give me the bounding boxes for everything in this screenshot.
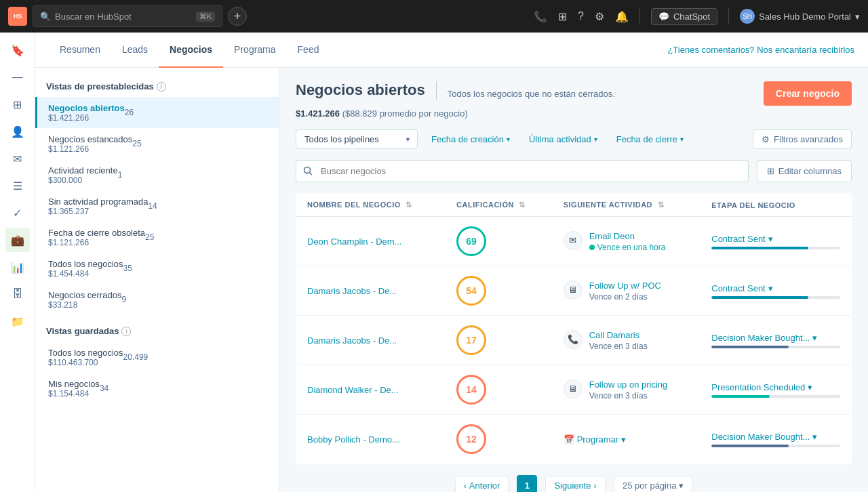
filter-ultima-actividad[interactable]: Última actividad ▾ [524,130,603,148]
preset-item-estancados[interactable]: Negocios estancados $1.121.266 25 [35,128,279,159]
stage-fill [711,395,769,398]
per-page-select[interactable]: 25 por página ▾ [614,476,693,493]
chevron-icon: ▾ [507,136,510,143]
global-search-bar[interactable]: 🔍 Buscar en HubSpot ⌘K [33,5,222,27]
chevron-left-icon: ‹ [464,480,467,491]
current-page[interactable]: 1 [517,475,537,492]
create-deal-button[interactable]: Crear negocio [764,81,852,106]
stage-chevron-icon[interactable]: ▾ [812,432,817,442]
tab-resumen[interactable]: Resumen [49,33,111,68]
advanced-filters-button[interactable]: ⚙ Filtros avanzados [753,129,852,149]
deal-name-link[interactable]: Diamond Walker - De... [307,385,399,395]
preset-item-cerrados[interactable]: Negocios cerrados $33.218 9 [35,284,279,315]
prev-page-button[interactable]: ‹ Anterior [455,476,509,493]
col-name[interactable]: NOMBRE DEL NEGOCIO ⇅ [296,194,446,217]
activity-text: Call DamarisVence en 3 días [589,330,648,351]
preset-item-fecha-obsoleta[interactable]: Fecha de cierre obsoleta $1.121.266 25 [35,222,279,253]
next-page-button[interactable]: Siguiente › [545,476,606,493]
col-stage[interactable]: ETAPA DEL NEGOCIO [701,194,851,217]
sidebar-bookmarks-icon[interactable]: 🔖 [5,38,30,62]
saved-count: 34 [100,384,108,393]
feedback-link[interactable]: ¿Tienes comentarios? Nos encantaría reci… [667,45,854,55]
deal-search-input[interactable] [296,160,749,182]
tab-leads[interactable]: Leads [111,33,159,68]
col-activity[interactable]: SIGUIENTE ACTIVIDAD ⇅ [553,194,701,217]
activity-due: Vence en 2 días [589,292,661,302]
sidebar-tasks-icon[interactable]: ✓ [5,201,30,225]
preset-item-todos[interactable]: Todos los negocios $1.454.484 35 [35,253,279,284]
sidebar-reports-icon[interactable]: 📊 [5,255,30,279]
stage-chevron-icon[interactable]: ▾ [812,333,817,343]
preset-item-negocios-abiertos[interactable]: Negocios abiertos $1.421.266 26 [35,97,279,128]
add-button[interactable]: + [228,7,247,26]
deal-name-link[interactable]: Damaris Jacobs - De... [307,286,397,296]
activity-name[interactable]: Call Damaris [589,330,648,340]
settings-icon[interactable]: ⚙ [595,10,604,23]
sidebar-list-icon[interactable]: ☰ [5,173,30,198]
portal-button[interactable]: SH Sales Hub Demo Portal ▾ [740,9,860,24]
saved-item-mis-negocios[interactable]: Mis negocios $1.154.484 34 [35,373,279,404]
preset-label: Negocios abiertos [48,103,125,113]
marketplace-icon[interactable]: ⊞ [558,10,567,23]
table-row: Damaris Jacobs - De...54🖥Follow Up w/ PO… [296,266,852,316]
activity-type-icon: ✉ [564,231,583,250]
deal-name-link[interactable]: Damaris Jacobs - De... [307,335,397,346]
phone-icon[interactable]: 📞 [534,10,547,23]
sidebar-dash-icon[interactable]: — [5,65,30,89]
preset-amount: $33.218 [48,300,121,310]
preset-count: 25 [145,232,154,242]
activity-name[interactable]: Follow Up w/ POC [589,281,661,291]
page-title: Negocios abiertos [296,81,425,99]
preset-amount: $1.365.237 [48,207,148,216]
help-icon[interactable]: ? [578,10,584,22]
stage-fill [711,445,789,447]
stage-chevron-icon[interactable]: ▾ [768,283,773,293]
left-sidebar: 🔖 — ⊞ 👤 ✉ ☰ ✓ 💼 📊 🗄 📁 [0,33,35,492]
saved-label: Todos los negocios [48,348,123,358]
search-placeholder: Buscar en HubSpot [55,12,132,22]
preset-amount: $1.421.266 [48,113,125,123]
sidebar-contacts-icon[interactable]: 👤 [5,119,30,144]
tab-feed[interactable]: Feed [287,33,330,68]
chatspot-label: ChatSpot [673,12,710,22]
preset-item-sin-actividad[interactable]: Sin actividad programada $1.365.237 14 [35,190,279,222]
preset-label: Sin actividad programada [48,197,148,207]
preset-label: Fecha de cierre obsoleta [48,228,145,238]
filter-fecha-creacion[interactable]: Fecha de creación ▾ [426,130,515,148]
pipeline-select[interactable]: Todos los pipelines [296,129,418,149]
sidebar-folder-icon[interactable]: 📁 [5,309,30,333]
chatspot-button[interactable]: 💬 ChatSpot [651,8,717,25]
deal-name-link[interactable]: Deon Champlin - Dem... [307,237,401,247]
sidebar-database-icon[interactable]: 🗄 [5,282,30,306]
filter-icon: ⚙ [762,134,770,144]
stage-chevron-icon[interactable]: ▾ [768,234,773,244]
preset-item-actividad-reciente[interactable]: Actividad reciente $300.000 1 [35,159,279,190]
sort-icon: ⇅ [519,201,526,209]
preset-section-title: Vistas de preestablecidas i [35,81,279,97]
schedule-button[interactable]: 📅 Programar ▾ [564,434,690,445]
tab-negocios[interactable]: Negocios [159,33,223,68]
activity-text: Follow Up w/ POCVence en 2 días [589,281,661,302]
stage-chevron-icon[interactable]: ▾ [808,382,812,392]
nav-divider-2 [728,8,729,24]
edit-columns-button[interactable]: ⊞ Editar columnas [757,160,852,182]
stage-label: Contract Sent ▾ [711,234,840,244]
saved-item-todos[interactable]: Todos los negocios $110.463.700 20.499 [35,342,279,373]
filter-fecha-cierre[interactable]: Fecha de cierre ▾ [611,130,689,148]
activity-name[interactable]: Follow up on pricing [589,380,668,390]
preset-amount: $1.454.484 [48,269,123,279]
tab-programa[interactable]: Programa [223,33,286,68]
sidebar-deals-icon[interactable]: 💼 [5,228,30,252]
activity-name[interactable]: Email Deon [589,231,666,241]
tab-nav: Resumen Leads Negocios Programa Feed ¿Ti… [35,33,868,68]
notifications-icon[interactable]: 🔔 [615,10,629,23]
col-score[interactable]: CALIFICACIÓN ⇅ [446,194,553,217]
deal-name-link[interactable]: Bobby Pollich - Demo... [307,434,399,445]
sidebar-mail-icon[interactable]: ✉ [5,146,30,171]
preset-label: Negocios cerrados [48,290,121,300]
sidebar-apps-icon[interactable]: ⊞ [5,92,30,117]
saved-section-title: Vistas guardadas i [35,326,279,342]
saved-info-icon[interactable]: i [121,327,131,336]
preset-info-icon[interactable]: i [157,82,166,91]
filters-row: Todos los pipelines Fecha de creación ▾ … [296,129,852,149]
